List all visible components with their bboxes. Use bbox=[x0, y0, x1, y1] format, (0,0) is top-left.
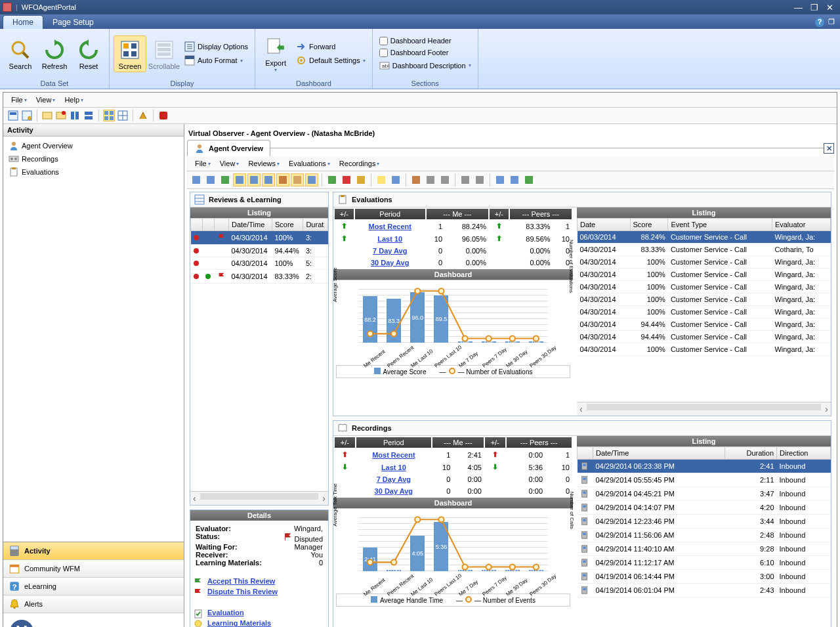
nav-stack-elearning[interactable]: ? eLearning bbox=[3, 578, 184, 595]
sub-toolbar-btn[interactable] bbox=[459, 173, 472, 186]
table-row[interactable]: 04/29/2014 04:14:07 PM4:20Inbound bbox=[578, 501, 831, 515]
table-row[interactable]: 04/30/201494.44%Customer Service - CallW… bbox=[578, 331, 831, 343]
sub-toolbar-btn[interactable] bbox=[291, 173, 304, 186]
maximize-button[interactable]: ❐ bbox=[807, 3, 822, 12]
doc-menu-recordings[interactable]: Recordings▾ bbox=[335, 158, 384, 169]
toolbar-btn[interactable] bbox=[117, 110, 129, 121]
table-row[interactable]: 06/03/201488.24%Customer Service - CallW… bbox=[578, 231, 831, 244]
search-button[interactable]: Search bbox=[4, 35, 37, 72]
table-row[interactable]: 04/29/2014 04:45:21 PM3:47Inbound bbox=[578, 487, 831, 501]
display-options-button[interactable]: Display Options bbox=[182, 40, 251, 53]
sub-toolbar-btn[interactable] bbox=[340, 173, 353, 186]
sub-toolbar-btn[interactable] bbox=[354, 173, 368, 186]
screen-button[interactable]: Screen bbox=[114, 35, 146, 72]
scrollable-button[interactable]: Scrollable bbox=[148, 35, 180, 72]
auto-format-button[interactable]: Auto Format▾ bbox=[182, 54, 251, 67]
table-row[interactable]: 04/29/2014 11:40:10 AM9:28Inbound bbox=[578, 542, 831, 556]
table-row[interactable]: 04/29/2014 11:12:17 AM6:10Inbound bbox=[578, 556, 831, 570]
table-row[interactable]: 04/30/2014100%3: bbox=[191, 231, 328, 245]
nav-recordings[interactable]: Recordings bbox=[6, 152, 181, 165]
table-row[interactable]: 04/30/2014100%5: bbox=[191, 257, 328, 270]
doc-menu-reviews[interactable]: Reviews▾ bbox=[244, 158, 284, 169]
toolbar-btn[interactable] bbox=[83, 110, 94, 121]
evaluation-link[interactable]: Evaluation bbox=[207, 609, 326, 616]
sub-toolbar-btn[interactable] bbox=[438, 173, 452, 186]
sub-toolbar-btn[interactable] bbox=[508, 173, 521, 186]
sub-toolbar-btn[interactable] bbox=[389, 173, 402, 186]
nav-stack-alerts[interactable]: Alerts bbox=[3, 595, 184, 613]
period-row[interactable]: ⬆Last 101096.05%⬆89.56%10 bbox=[335, 233, 572, 244]
tab-home[interactable]: Home bbox=[3, 15, 43, 29]
refresh-button[interactable]: Refresh bbox=[38, 35, 71, 72]
toolbar-btn[interactable] bbox=[55, 110, 67, 121]
dispute-review-link[interactable]: Dispute This Review bbox=[207, 588, 326, 595]
period-row[interactable]: ⬆Most Recent12:41⬆0:001 bbox=[335, 449, 572, 460]
menu-view[interactable]: View▾ bbox=[32, 95, 60, 105]
forward-button[interactable]: Forward bbox=[293, 40, 368, 53]
toolbar-btn[interactable] bbox=[69, 110, 81, 121]
toolbar-btn[interactable] bbox=[7, 110, 19, 121]
table-row[interactable]: 04/30/201483.33%Customer Service - CallC… bbox=[578, 244, 831, 256]
doc-menu-view[interactable]: View▾ bbox=[216, 158, 243, 169]
accept-review-link[interactable]: Accept This Review bbox=[207, 577, 326, 585]
dashboard-description-button[interactable]: abl Dashboard Description▾ bbox=[377, 59, 474, 72]
evals-hscroll[interactable]: ‹› bbox=[577, 402, 831, 416]
table-row[interactable]: 04/30/201483.33%2: bbox=[191, 270, 328, 284]
table-row[interactable]: 04/29/2014 11:56:06 AM2:48Inbound bbox=[578, 529, 831, 542]
minimize-button[interactable]: — bbox=[790, 3, 807, 12]
sub-toolbar-btn[interactable] bbox=[522, 173, 536, 186]
sub-toolbar-btn[interactable] bbox=[410, 173, 423, 186]
sub-toolbar-btn[interactable] bbox=[233, 173, 246, 186]
table-row[interactable]: 04/30/2014100%Customer Service - CallWin… bbox=[578, 269, 831, 281]
close-tab-button[interactable]: ✕ bbox=[824, 143, 834, 154]
table-row[interactable]: 04/29/2014 05:55:45 PM2:11Inbound bbox=[578, 473, 831, 487]
toolbar-btn[interactable] bbox=[41, 110, 53, 121]
help-icon[interactable]: ? bbox=[815, 18, 824, 27]
sub-toolbar-btn[interactable] bbox=[305, 173, 318, 186]
period-row[interactable]: ⬇Last 10104:05⬇5:3610 bbox=[335, 462, 572, 473]
learning-materials-link[interactable]: Learning Materials bbox=[207, 619, 326, 627]
period-row[interactable]: 30 Day Avg00.00%0.00%0 bbox=[335, 257, 572, 268]
toolbar-btn[interactable] bbox=[21, 110, 33, 121]
expand-ribbon-icon[interactable]: ❐ bbox=[828, 18, 835, 27]
table-row[interactable]: 04/30/2014100%Customer Service - CallWin… bbox=[578, 293, 831, 306]
nav-stack-community[interactable]: Community WFM bbox=[3, 560, 184, 578]
period-row[interactable]: ⬆Most Recent188.24%⬆83.33%1 bbox=[335, 221, 572, 232]
table-row[interactable]: 04/30/2014100%Customer Service - CallWin… bbox=[578, 306, 831, 318]
sub-toolbar-btn[interactable] bbox=[326, 173, 339, 186]
menu-file[interactable]: File▾ bbox=[7, 95, 31, 105]
period-row[interactable]: 7 Day Avg00.00%0.00%0 bbox=[335, 246, 572, 256]
default-settings-button[interactable]: Default Settings▾ bbox=[293, 54, 368, 67]
export-button[interactable]: Export▾ bbox=[259, 32, 292, 75]
reviews-hscroll[interactable]: ‹› bbox=[190, 491, 328, 505]
sub-toolbar-btn[interactable] bbox=[375, 173, 388, 186]
sub-toolbar-btn[interactable] bbox=[219, 173, 232, 186]
sub-toolbar-btn[interactable] bbox=[473, 173, 486, 186]
toolbar-btn[interactable] bbox=[137, 110, 149, 121]
table-row[interactable]: 04/29/2014 06:23:38 PM2:41Inbound bbox=[578, 460, 831, 473]
doc-menu-file[interactable]: File▾ bbox=[191, 158, 215, 169]
sub-toolbar-btn[interactable] bbox=[190, 173, 203, 186]
doc-menu-evaluations[interactable]: Evaluations▾ bbox=[285, 158, 334, 169]
close-button[interactable]: ✕ bbox=[822, 3, 837, 12]
document-tab[interactable]: Agent Overview bbox=[187, 140, 270, 156]
sub-toolbar-btn[interactable] bbox=[494, 173, 507, 186]
toolbar-btn[interactable] bbox=[158, 110, 169, 121]
table-row[interactable]: 04/30/2014100%Customer Service - CallWin… bbox=[578, 256, 831, 269]
tab-page-setup[interactable]: Page Setup bbox=[43, 16, 103, 29]
menu-help[interactable]: Help▾ bbox=[60, 95, 87, 105]
table-row[interactable]: 04/30/201494.44%Customer Service - CallW… bbox=[578, 318, 831, 331]
table-row[interactable]: 04/30/201494.44%3: bbox=[191, 245, 328, 257]
nav-agent-overview[interactable]: Agent Overview bbox=[6, 139, 181, 152]
dashboard-header-check[interactable]: Dashboard Header bbox=[377, 35, 474, 47]
toolbar-btn[interactable] bbox=[103, 110, 115, 121]
nav-evaluations[interactable]: Evaluations bbox=[6, 165, 181, 179]
table-row[interactable]: 04/29/2014 12:23:46 PM3:44Inbound bbox=[578, 515, 831, 529]
table-row[interactable]: 04/30/2014100%Customer Service - CallWin… bbox=[578, 343, 831, 356]
dashboard-footer-check[interactable]: Dashboard Footer bbox=[377, 47, 474, 58]
table-row[interactable]: 04/30/2014100%Customer Service - CallWin… bbox=[578, 281, 831, 293]
sub-toolbar-btn[interactable] bbox=[424, 173, 437, 186]
sub-toolbar-btn[interactable] bbox=[276, 173, 289, 186]
table-row[interactable]: 04/19/2014 06:14:44 PM3:00Inbound bbox=[578, 570, 831, 584]
sub-toolbar-btn[interactable] bbox=[204, 173, 217, 186]
